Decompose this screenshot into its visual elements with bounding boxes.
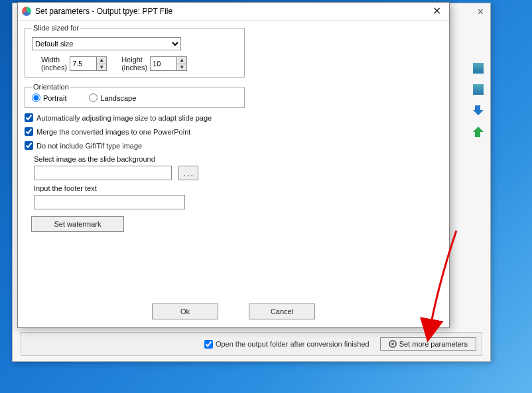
slide-size-select[interactable]: Default size	[32, 37, 181, 50]
spin-up-icon[interactable]: ▲	[97, 57, 106, 64]
arrow-up-icon[interactable]	[473, 127, 484, 137]
orientation-legend: Orientation	[32, 83, 70, 91]
close-icon[interactable]: ✕	[429, 6, 445, 17]
set-more-parameters-button[interactable]: Set more parameters	[380, 337, 476, 351]
portrait-radio[interactable]: Portrait	[32, 93, 66, 102]
slide-size-legend: Slide sized for	[32, 24, 80, 32]
auto-adjust-label: Automatically adjusting image size to ad…	[36, 114, 212, 122]
height-spinner[interactable]: ▲▼	[176, 57, 186, 70]
no-giftif-checkbox[interactable]	[25, 141, 33, 150]
orientation-group: Orientation Portrait Landscape	[25, 83, 245, 108]
no-giftif-check[interactable]: Do not include Gif/Tif type image	[25, 141, 442, 150]
parent-footer: Open the output folder after conversion …	[21, 332, 482, 356]
tool-icon-1[interactable]	[473, 63, 484, 74]
landscape-radio-input[interactable]	[89, 93, 98, 102]
slide-size-group: Slide sized for Default size Width (inch…	[25, 24, 245, 78]
spin-up-icon[interactable]: ▲	[177, 57, 186, 64]
spin-down-icon[interactable]: ▼	[177, 64, 186, 71]
set-watermark-button[interactable]: Set watermark	[31, 216, 124, 232]
set-more-parameters-label: Set more parameters	[399, 340, 468, 348]
height-input-wrap: ▲▼	[150, 56, 187, 71]
bg-image-input[interactable]	[34, 166, 172, 180]
merge-checkbox[interactable]	[25, 127, 33, 136]
titlebar: Set parameters - Output tpye: PPT File ✕	[18, 3, 449, 21]
ok-button[interactable]: Ok	[152, 304, 218, 319]
open-output-folder-check[interactable]: Open the output folder after conversion …	[204, 340, 369, 349]
portrait-radio-input[interactable]	[32, 93, 40, 102]
app-icon	[22, 7, 31, 16]
portrait-radio-label: Portrait	[43, 94, 66, 102]
height-label: Height (inches)	[121, 56, 147, 72]
arrow-down-icon[interactable]	[473, 105, 484, 116]
width-input-wrap: ▲▼	[70, 56, 107, 71]
spin-down-icon[interactable]: ▼	[97, 64, 106, 71]
merge-check[interactable]: Merge the converted images to one PowerP…	[25, 127, 442, 136]
tool-icon-2[interactable]	[473, 84, 484, 95]
no-giftif-label: Do not include Gif/Tif type image	[36, 142, 142, 150]
dialog-title: Set parameters - Output tpye: PPT File	[35, 7, 172, 16]
landscape-radio-label: Landscape	[100, 94, 136, 102]
dialog-body: Slide sized for Default size Width (inch…	[25, 24, 442, 297]
landscape-radio[interactable]: Landscape	[89, 93, 136, 102]
auto-adjust-check[interactable]: Automatically adjusting image size to ad…	[25, 113, 442, 122]
width-label: Width (inches)	[41, 56, 67, 72]
open-output-folder-checkbox[interactable]	[204, 340, 213, 349]
footer-text-input[interactable]	[34, 195, 185, 209]
parent-close-icon[interactable]: ×	[478, 6, 484, 18]
parent-side-toolbar	[473, 63, 484, 137]
desktop: { "dialog": { "title": "Set parameters -…	[0, 0, 532, 393]
width-spinner[interactable]: ▲▼	[96, 57, 106, 70]
set-parameters-dialog: Set parameters - Output tpye: PPT File ✕…	[17, 2, 450, 328]
gear-icon	[389, 340, 397, 348]
open-output-folder-label: Open the output folder after conversion …	[216, 340, 369, 348]
dialog-footer-buttons: Ok Cancel	[18, 304, 449, 319]
auto-adjust-checkbox[interactable]	[25, 113, 33, 122]
bg-image-label: Select image as the slide background	[34, 155, 442, 163]
merge-label: Merge the converted images to one PowerP…	[36, 128, 190, 136]
cancel-button[interactable]: Cancel	[249, 304, 315, 319]
browse-bg-button[interactable]: ...	[178, 166, 198, 180]
footer-text-label: Input the footer text	[34, 184, 442, 192]
